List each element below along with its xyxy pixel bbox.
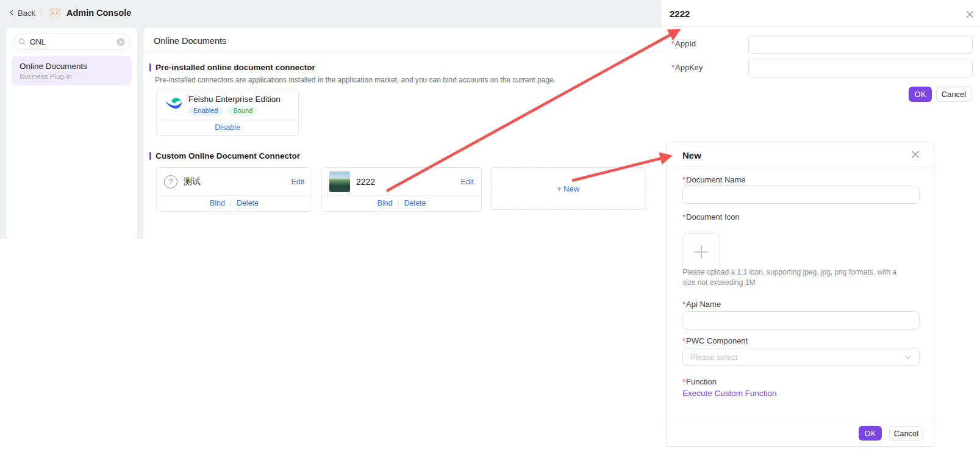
required-asterisk: *: [682, 300, 685, 309]
sidebar: ONL Online Documents Business Plug-in: [6, 28, 137, 239]
connector-card-2222: 2222 Edit Bind | Delete: [321, 167, 482, 212]
pwc-component-select[interactable]: Please select: [682, 348, 920, 366]
function-label: *Function: [682, 377, 717, 386]
divider: [667, 167, 934, 167]
search-icon: [18, 38, 26, 46]
sidebar-item-online-documents[interactable]: Online Documents Business Plug-in: [12, 56, 132, 85]
connector-name: 2222: [356, 177, 375, 187]
back-button[interactable]: Back: [9, 9, 35, 18]
required-asterisk: *: [682, 336, 685, 345]
back-label: Back: [18, 9, 35, 18]
card-top: Feishu Enterprise Edition Enabled Bound: [157, 90, 298, 120]
required-asterisk: *: [671, 63, 674, 72]
admin-console-window: Back Admin Console: [0, 0, 662, 239]
cancel-button[interactable]: Cancel: [889, 426, 923, 441]
section-title: Custom Online Document Connector: [156, 151, 300, 160]
appid-label: *AppId: [671, 39, 696, 48]
feishu-logo-icon: [164, 96, 182, 114]
delete-link[interactable]: Delete: [404, 199, 426, 207]
dialog-title: 2222: [670, 9, 690, 19]
bind-link[interactable]: Bind: [377, 199, 392, 207]
required-asterisk: *: [682, 377, 685, 386]
document-icon-label: *Document Icon: [682, 212, 740, 221]
connector-name: Feishu Enterprise Edition: [188, 95, 281, 104]
close-icon[interactable]: [965, 10, 975, 19]
appkey-label: *AppKey: [671, 63, 703, 72]
ok-button[interactable]: OK: [859, 426, 882, 441]
status-badge-bound: Bound: [228, 106, 257, 115]
search-value: ONL: [30, 38, 46, 46]
document-name-input[interactable]: [682, 185, 920, 204]
new-connector-button[interactable]: + New: [491, 167, 645, 210]
status-badge-enabled: Enabled: [188, 106, 223, 115]
api-name-label: *Api Name: [682, 300, 721, 309]
card-top: ? 测试 Edit: [157, 168, 312, 195]
section-accent-bar: [149, 152, 151, 160]
ok-button[interactable]: OK: [909, 87, 932, 102]
required-asterisk: *: [671, 39, 674, 48]
section-title: Pre-installed online document connector: [156, 63, 315, 72]
question-icon: ?: [164, 175, 177, 189]
main-panel: Online Documents Pre-installed online do…: [143, 28, 662, 239]
divider: [667, 420, 934, 420]
api-name-input[interactable]: [682, 311, 920, 329]
plus-icon: [693, 243, 710, 261]
upload-hint: Please upload a 1:1 icon, supporting jpe…: [682, 267, 909, 288]
custom-cards-row: ? 测试 Edit Bind | Delete 2222 Edit: [156, 167, 662, 212]
link-separator: |: [230, 200, 232, 207]
new-connector-dialog: New *Document Name *Document Icon Please…: [666, 142, 934, 447]
divider: [662, 26, 980, 27]
connector-thumbnail-image: [329, 171, 350, 192]
chevron-down-icon: [904, 353, 912, 361]
icon-upload-button[interactable]: [682, 233, 720, 271]
select-placeholder: Please select: [690, 353, 737, 362]
execute-custom-function-link[interactable]: Execute Custom Function: [682, 389, 777, 398]
connector-card-ceshi: ? 测试 Edit Bind | Delete: [156, 167, 312, 212]
section-description: Pre-installed connectors are application…: [155, 76, 662, 84]
appkey-input[interactable]: [748, 59, 973, 77]
sidebar-item-label: Online Documents: [20, 62, 124, 71]
required-asterisk: *: [682, 175, 685, 184]
screenshot-root: Back Admin Console: [0, 0, 980, 457]
clear-search-icon[interactable]: [116, 38, 125, 46]
edit-link[interactable]: Edit: [460, 178, 474, 186]
topbar-divider: [41, 9, 42, 17]
required-asterisk: *: [682, 212, 685, 221]
topbar: Back Admin Console: [0, 0, 662, 26]
pwc-component-label: *PWC Component: [682, 336, 748, 345]
dialog-title: New: [682, 150, 701, 160]
close-icon[interactable]: [910, 149, 920, 159]
document-name-label: *Document Name: [682, 175, 746, 184]
chevron-left-icon: [9, 9, 15, 18]
section-custom-header: Custom Online Document Connector: [149, 151, 662, 160]
app-title: Admin Console: [66, 8, 131, 18]
badges: Enabled Bound: [188, 106, 281, 115]
connector-card-feishu: Feishu Enterprise Edition Enabled Bound …: [156, 90, 299, 136]
section-preinstalled-header: Pre-installed online document connector: [149, 63, 662, 72]
card-top: 2222 Edit: [322, 168, 481, 195]
search-input[interactable]: ONL: [13, 34, 131, 50]
delete-link[interactable]: Delete: [237, 199, 259, 207]
bind-dialog-2222: 2222 *AppId *AppKey OK Cancel: [662, 0, 980, 119]
mascot-icon: [48, 6, 62, 20]
sidebar-item-sublabel: Business Plug-in: [20, 73, 124, 80]
bind-link[interactable]: Bind: [210, 199, 225, 207]
edit-link[interactable]: Edit: [291, 178, 304, 186]
connector-name: 测试: [184, 176, 201, 187]
card-actions: Bind | Delete: [322, 195, 481, 211]
link-separator: |: [398, 200, 399, 207]
card-info: Feishu Enterprise Edition Enabled Bound: [188, 95, 281, 115]
card-actions: Disable: [157, 120, 298, 135]
page-title: Online Documents: [143, 28, 662, 52]
cancel-button[interactable]: Cancel: [936, 87, 971, 102]
section-accent-bar: [149, 63, 151, 71]
disable-link[interactable]: Disable: [215, 123, 240, 132]
card-actions: Bind | Delete: [157, 195, 312, 211]
appid-input[interactable]: [748, 35, 973, 54]
